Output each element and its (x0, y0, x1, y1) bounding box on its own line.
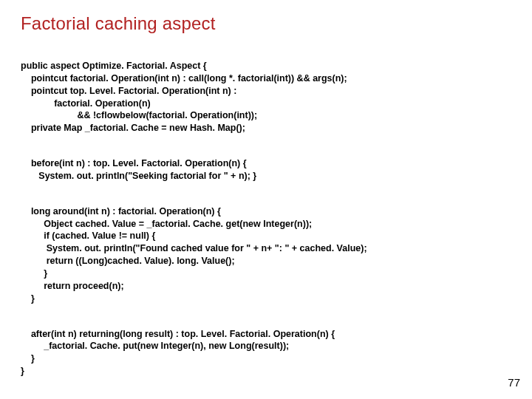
code-line: if (cached. Value != null) { (21, 231, 155, 241)
code-section-before: before(int n) : top. Level. Factorial. O… (21, 157, 511, 183)
code-line: before(int n) : top. Level. Factorial. O… (21, 158, 247, 168)
code-line: pointcut factorial. Operation(int n) : c… (21, 73, 347, 83)
code-line: return proceed(n); (21, 281, 124, 291)
code-line: long around(int n) : factorial. Operatio… (21, 206, 221, 216)
code-line: public aspect Optimize. Factorial. Aspec… (21, 61, 207, 71)
code-line: System. out. println("Seeking factorial … (21, 171, 256, 181)
code-line: System. out. println("Found cached value… (21, 243, 367, 253)
code-section-after: after(int n) returning(long result) : to… (21, 328, 511, 378)
code-line: factorial. Operation(n) (21, 98, 151, 109)
code-line: return ((Long)cached. Value). long. Valu… (21, 256, 235, 266)
code-line: } (21, 268, 47, 279)
code-section-around: long around(int n) : factorial. Operatio… (21, 205, 511, 305)
code-line: } (21, 293, 35, 304)
code-block: public aspect Optimize. Factorial. Aspec… (21, 47, 511, 399)
code-line: pointcut top. Level. Factorial. Operatio… (21, 86, 236, 96)
code-line: _factorial. Cache. put(new Integer(n), n… (21, 341, 289, 351)
code-line: Object cached. Value = _factorial. Cache… (21, 219, 312, 229)
code-line: after(int n) returning(long result) : to… (21, 329, 335, 339)
code-line: } (21, 353, 35, 364)
page-number: 77 (508, 376, 520, 389)
code-line: && !cflowbelow(factorial. Operation(int)… (21, 110, 257, 120)
slide-title: Factorial caching aspect (21, 13, 511, 34)
code-section-declarations: public aspect Optimize. Factorial. Aspec… (21, 60, 511, 134)
code-line: } (21, 366, 24, 376)
slide: Factorial caching aspect public aspect O… (0, 0, 532, 399)
code-line: private Map _factorial. Cache = new Hash… (21, 123, 245, 133)
